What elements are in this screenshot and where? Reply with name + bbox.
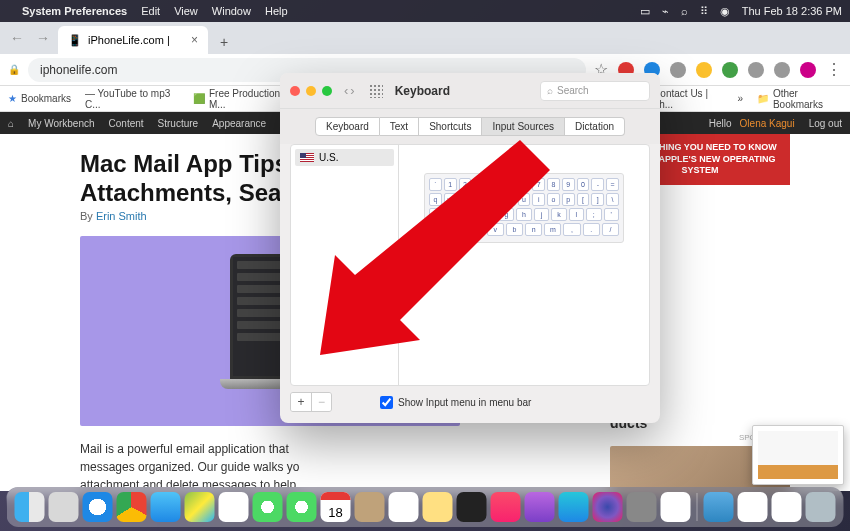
control-center-icon[interactable]: ⠿: [700, 5, 708, 18]
dock-notes-icon[interactable]: [423, 492, 453, 522]
dock-slack-icon[interactable]: [661, 492, 691, 522]
search-icon[interactable]: ⌕: [681, 5, 688, 17]
dock-app-icon[interactable]: [738, 492, 768, 522]
admin-link[interactable]: Appearance: [212, 118, 266, 129]
dock-mail-icon[interactable]: [151, 492, 181, 522]
extension-icon[interactable]: [670, 62, 686, 78]
dock-app-icon[interactable]: [772, 492, 802, 522]
battery-icon[interactable]: ▭: [640, 5, 650, 18]
keyboard-key: f: [481, 208, 496, 221]
minimize-window-button[interactable]: [306, 86, 316, 96]
prefs-back-button[interactable]: ‹: [344, 83, 348, 98]
menubar-clock[interactable]: Thu Feb 18 2:36 PM: [742, 5, 842, 17]
input-source-item[interactable]: U.S.: [295, 149, 394, 166]
bookmark-link[interactable]: — YouTube to mp3 C...: [85, 88, 179, 110]
dock-chrome-icon[interactable]: [117, 492, 147, 522]
close-window-button[interactable]: [290, 86, 300, 96]
keyboard-key: y: [503, 193, 516, 206]
tab-shortcuts[interactable]: Shortcuts: [419, 117, 482, 136]
dock-launchpad-icon[interactable]: [49, 492, 79, 522]
admin-link[interactable]: My Workbench: [28, 118, 95, 129]
keyboard-key: 1: [444, 178, 457, 191]
dock-system-preferences-icon[interactable]: [627, 492, 657, 522]
history-forward-button: →: [32, 27, 54, 49]
dock-safari-icon[interactable]: [83, 492, 113, 522]
close-tab-button[interactable]: ×: [191, 33, 198, 47]
tab-dictation[interactable]: Dictation: [565, 117, 625, 136]
kebab-menu-icon[interactable]: ⋮: [826, 60, 842, 79]
browser-tab[interactable]: 📱 iPhoneLife.com | ×: [58, 26, 208, 54]
dock-tv-icon[interactable]: [457, 492, 487, 522]
dock-facetime-icon[interactable]: [287, 492, 317, 522]
pip-window[interactable]: [752, 425, 844, 485]
menu-window[interactable]: Window: [212, 5, 251, 17]
dock-contacts-icon[interactable]: [355, 492, 385, 522]
dock-appstore-icon[interactable]: [559, 492, 589, 522]
home-icon[interactable]: ⌂: [8, 118, 14, 129]
keyboard-key: d: [464, 208, 479, 221]
menu-help[interactable]: Help: [265, 5, 288, 17]
site-lock-icon[interactable]: 🔒: [8, 64, 20, 75]
keyboard-key: h: [516, 208, 531, 221]
bookmarks-folder[interactable]: ★Bookmarks: [8, 93, 71, 104]
add-remove-source: + −: [290, 392, 332, 412]
other-bookmarks-folder[interactable]: 📁Other Bookmarks: [757, 88, 842, 110]
bookmark-link[interactable]: 🟩Free Production M...: [193, 88, 290, 110]
prefs-search-input[interactable]: ⌕ Search: [540, 81, 650, 101]
admin-link[interactable]: Content: [109, 118, 144, 129]
keyboard-preview: `1234567890-=qwertyuiop[]\asdfghjkl;'zxc…: [399, 145, 649, 385]
history-back-button[interactable]: ←: [6, 27, 28, 49]
keyboard-key: ;: [586, 208, 601, 221]
extension-icon[interactable]: [696, 62, 712, 78]
keyboard-key: p: [562, 193, 575, 206]
dock-maps-icon[interactable]: [185, 492, 215, 522]
tab-input-sources[interactable]: Input Sources: [482, 117, 565, 136]
puzzle-icon[interactable]: [774, 62, 790, 78]
dock-podcasts-icon[interactable]: [525, 492, 555, 522]
dock-photos-icon[interactable]: [219, 492, 249, 522]
show-input-menu-checkbox[interactable]: Show Input menu in menu bar: [380, 396, 531, 409]
username-link[interactable]: Olena Kagui: [740, 118, 795, 129]
admin-link[interactable]: Structure: [158, 118, 199, 129]
bookmark-link[interactable]: Contact Us | Th...: [653, 88, 723, 110]
siri-icon[interactable]: ◉: [720, 5, 730, 18]
prefs-bottom-row: Set Up Bluetooth Keyboard... ?: [280, 418, 660, 423]
author-link[interactable]: Erin Smith: [96, 210, 147, 222]
menu-view[interactable]: View: [174, 5, 198, 17]
dock-finder-icon[interactable]: [15, 492, 45, 522]
keyboard-key: e: [459, 193, 472, 206]
extension-icon[interactable]: [748, 62, 764, 78]
checkbox[interactable]: [380, 396, 393, 409]
add-source-button[interactable]: +: [291, 393, 311, 411]
dock-music-icon[interactable]: [491, 492, 521, 522]
wifi-icon[interactable]: ⌁: [662, 5, 669, 18]
extension-icon[interactable]: [722, 62, 738, 78]
profile-avatar[interactable]: [800, 62, 816, 78]
prefs-footer: + − Show Input menu in menu bar: [280, 386, 660, 418]
keyboard-key: q: [429, 193, 442, 206]
dock-siri-icon[interactable]: [593, 492, 623, 522]
remove-source-button[interactable]: −: [311, 393, 331, 411]
dock-messages-icon[interactable]: [253, 492, 283, 522]
article-body: Mail is a powerful email application tha…: [80, 440, 460, 491]
keyboard-key: /: [602, 223, 619, 236]
dock-reminders-icon[interactable]: [389, 492, 419, 522]
dock-calendar-icon[interactable]: [321, 492, 351, 522]
show-all-prefs-icon[interactable]: [369, 84, 383, 98]
dock-downloads-icon[interactable]: [704, 492, 734, 522]
keyboard-key: 5: [503, 178, 516, 191]
dock-trash-icon[interactable]: [806, 492, 836, 522]
menu-edit[interactable]: Edit: [141, 5, 160, 17]
new-tab-button[interactable]: +: [212, 30, 236, 54]
keyboard-key: v: [487, 223, 504, 236]
keyboard-key: -: [591, 178, 604, 191]
prefs-body: U.S. `1234567890-=qwertyuiop[]\asdfghjkl…: [290, 144, 650, 386]
bookmarks-overflow[interactable]: »: [737, 93, 743, 104]
tab-text[interactable]: Text: [380, 117, 419, 136]
zoom-window-button[interactable]: [322, 86, 332, 96]
hello-label: Hello: [709, 118, 732, 129]
keyboard-key: m: [544, 223, 561, 236]
logout-link[interactable]: Log out: [809, 118, 842, 129]
menubar-app-name[interactable]: System Preferences: [22, 5, 127, 17]
tab-keyboard[interactable]: Keyboard: [315, 117, 380, 136]
